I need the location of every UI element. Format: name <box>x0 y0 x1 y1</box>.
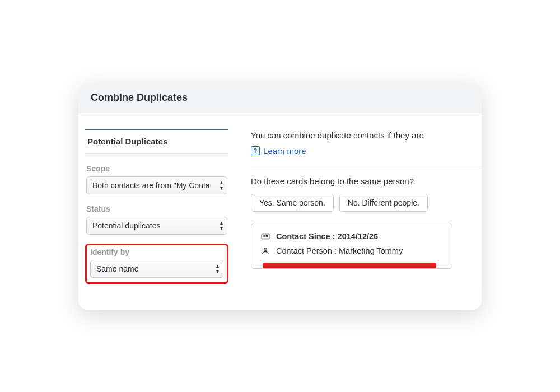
tab-potential-duplicates[interactable]: Potential Duplicates <box>85 129 228 154</box>
person-icon <box>260 246 270 256</box>
contact-person-value: Marketing Tommy <box>339 246 403 255</box>
instruction-text: You can combine duplicate contacts if th… <box>251 129 482 142</box>
dialog-header: Combine Duplicates <box>78 83 482 113</box>
tab-label: Potential Duplicates <box>87 137 167 146</box>
help-icon: ? <box>251 146 260 155</box>
dialog-body: Potential Duplicates Scope Both contacts… <box>78 113 482 309</box>
contact-since-label: Contact Since : <box>276 232 338 241</box>
status-label: Status <box>86 204 227 213</box>
highlight-bar <box>263 263 436 268</box>
status-select-value: Potential duplicates <box>86 217 227 235</box>
svg-rect-1 <box>263 235 265 236</box>
contact-person-row: Contact Person : Marketing Tommy <box>260 246 443 256</box>
identify-highlight: Identify by Same name ▴▾ <box>85 244 228 284</box>
learn-more-link[interactable]: Learn more <box>263 146 306 156</box>
learn-more-row: ? Learn more <box>251 146 482 166</box>
answer-buttons: Yes. Same person. No. Different people. <box>251 194 482 212</box>
contact-since-text: Contact Since : 2014/12/26 <box>276 232 378 241</box>
question-text: Do these cards belong to the same person… <box>251 176 482 186</box>
yes-same-person-button[interactable]: Yes. Same person. <box>251 194 334 212</box>
contact-card: Contact Since : 2014/12/26 Contact Perso… <box>251 223 452 269</box>
scope-field: Scope Both contacts are from "My Conta ▴… <box>85 163 228 195</box>
identify-label: Identify by <box>90 248 223 256</box>
status-select[interactable]: Potential duplicates ▴▾ <box>86 217 227 235</box>
id-card-icon <box>260 231 270 241</box>
contact-since-row: Contact Since : 2014/12/26 <box>260 231 443 241</box>
dialog-card: Combine Duplicates Potential Duplicates … <box>78 83 482 310</box>
scope-select[interactable]: Both contacts are from "My Conta ▴▾ <box>86 176 227 194</box>
left-panel: Potential Duplicates Scope Both contacts… <box>78 113 235 309</box>
identify-select[interactable]: Same name ▴▾ <box>90 260 223 278</box>
dialog-title: Combine Duplicates <box>91 92 469 104</box>
scope-select-value: Both contacts are from "My Conta <box>86 176 227 194</box>
status-field: Status Potential duplicates ▴▾ <box>85 203 228 236</box>
contact-since-value: 2014/12/26 <box>338 232 379 241</box>
identify-select-value: Same name <box>90 260 223 278</box>
no-different-people-button[interactable]: No. Different people. <box>339 194 428 212</box>
right-panel: You can combine duplicate contacts if th… <box>235 113 482 309</box>
contact-person-label: Contact Person : <box>276 246 339 255</box>
contact-person-text: Contact Person : Marketing Tommy <box>276 246 403 255</box>
svg-point-4 <box>264 248 267 250</box>
scope-label: Scope <box>86 164 227 173</box>
